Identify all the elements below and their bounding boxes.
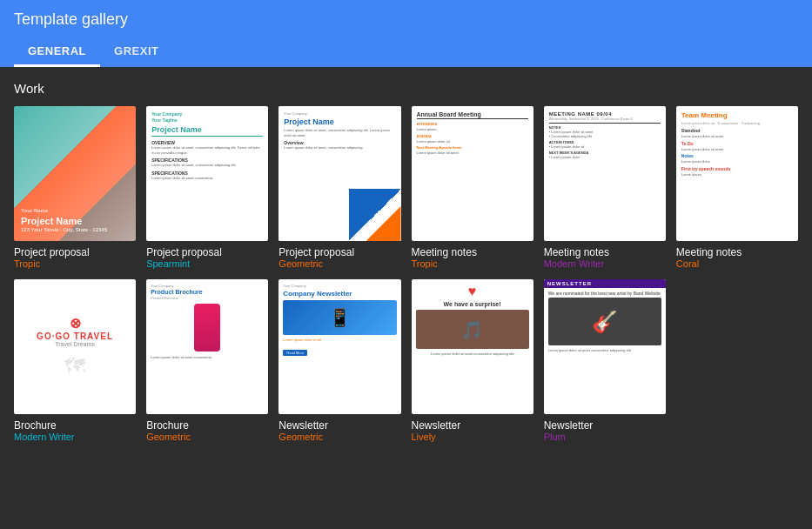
template-card-pp-tropic[interactable]: Your Name Project Name 123 Your Street ·… bbox=[14, 106, 136, 269]
card-sub: Tropic bbox=[412, 258, 534, 269]
thumbnail-nl-lively: ♥ We have a surprise! 🎵 Lorem ipsum dolo… bbox=[412, 279, 534, 414]
card-sub: Coral bbox=[676, 258, 798, 269]
card-name: Project proposal bbox=[278, 246, 400, 258]
thumbnail-nl-plum: NEWSLETTER We are nominated for the best… bbox=[544, 279, 666, 414]
card-sub: Lively bbox=[412, 432, 534, 442]
card-name: Project proposal bbox=[14, 246, 136, 258]
section-work-title: Work bbox=[14, 81, 798, 96]
thumbnail-nl-geo: Your Company Company Newsletter 📱 Lorem … bbox=[278, 279, 400, 414]
card-name: Meeting notes bbox=[544, 246, 666, 258]
card-name: Meeting notes bbox=[412, 246, 534, 258]
template-grid: Your Name Project Name 123 Your Street ·… bbox=[14, 106, 798, 442]
card-sub: Geometric bbox=[146, 432, 268, 442]
template-card-pp-spearmint[interactable]: Your CompanyYour Tagline Project Name OV… bbox=[146, 106, 268, 269]
template-card-mn-coral[interactable]: Team Meeting Lorem ipsum dolor sit · 8 c… bbox=[676, 106, 798, 269]
template-card-mn-tropic[interactable]: Annual Board Meeting ATTENDEES Lorem ips… bbox=[412, 106, 534, 269]
template-card-mn-mw[interactable]: MEETING NAME 09/04 Wednesday, September … bbox=[544, 106, 666, 269]
thumbnail-br-geo: Your Company Product Brochure Product Ov… bbox=[146, 279, 268, 414]
app-container: Template gallery GENERAL GREXIT Work You… bbox=[0, 0, 812, 456]
template-card-br-mw[interactable]: ⊗ GO·GO TRAVEL Travel Dreams 🗺 BrochureM… bbox=[14, 279, 136, 442]
thumbnail-pp-spearmint: Your CompanyYour Tagline Project Name OV… bbox=[146, 106, 268, 241]
thumbnail-mn-mw: MEETING NAME 09/04 Wednesday, September … bbox=[544, 106, 666, 241]
thumbnail-br-mw: ⊗ GO·GO TRAVEL Travel Dreams 🗺 bbox=[14, 279, 136, 414]
card-sub: Tropic bbox=[14, 258, 136, 269]
card-sub: Spearmint bbox=[146, 258, 268, 269]
template-card-nl-geo[interactable]: Your Company Company Newsletter 📱 Lorem … bbox=[278, 279, 400, 442]
header: Template gallery GENERAL GREXIT bbox=[0, 0, 812, 67]
card-name: Newsletter bbox=[412, 419, 534, 432]
card-name: Newsletter bbox=[544, 419, 666, 432]
card-sub: Modern Writer bbox=[14, 432, 136, 442]
card-name: Meeting notes bbox=[676, 246, 798, 258]
thumbnail-pp-tropic: Your Name Project Name 123 Your Street ·… bbox=[14, 106, 136, 241]
template-card-pp-geometric[interactable]: Your Company Project Name Lorem ipsum do… bbox=[278, 106, 400, 269]
card-name: Newsletter bbox=[278, 419, 400, 432]
card-name: Brochure bbox=[146, 419, 268, 432]
template-card-nl-lively[interactable]: ♥ We have a surprise! 🎵 Lorem ipsum dolo… bbox=[412, 279, 534, 442]
card-sub: Plum bbox=[544, 432, 666, 442]
content-area: Work Your Name Project Name 123 Your Str… bbox=[0, 67, 812, 456]
page-title: Template gallery bbox=[14, 10, 798, 29]
card-sub: Modern Writer bbox=[544, 258, 666, 269]
card-sub: Geometric bbox=[278, 432, 400, 442]
thumbnail-pp-geometric: Your Company Project Name Lorem ipsum do… bbox=[278, 106, 400, 241]
card-sub: Geometric bbox=[278, 258, 400, 269]
tab-grexit[interactable]: GREXIT bbox=[100, 37, 172, 67]
card-name: Brochure bbox=[14, 419, 136, 432]
tab-general[interactable]: GENERAL bbox=[14, 37, 100, 67]
template-card-br-geo[interactable]: Your Company Product Brochure Product Ov… bbox=[146, 279, 268, 442]
thumbnail-mn-coral: Team Meeting Lorem ipsum dolor sit · 8 c… bbox=[676, 106, 798, 241]
template-card-nl-plum[interactable]: NEWSLETTER We are nominated for the best… bbox=[544, 279, 666, 442]
card-name: Project proposal bbox=[146, 246, 268, 258]
tab-bar: GENERAL GREXIT bbox=[14, 37, 798, 67]
thumbnail-mn-tropic: Annual Board Meeting ATTENDEES Lorem ips… bbox=[412, 106, 534, 241]
